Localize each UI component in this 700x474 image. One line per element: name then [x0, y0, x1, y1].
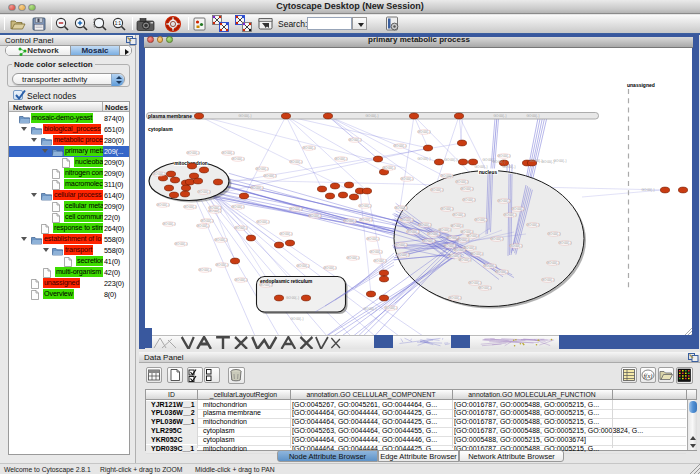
svg-text:GO:00(..): GO:00(..)	[493, 160, 506, 164]
svg-text:GO:00(..): GO:00(..)	[335, 157, 348, 161]
svg-text:GO:00(..): GO:00(..)	[498, 154, 511, 158]
svg-text:GO:00(..): GO:00(..)	[235, 278, 248, 282]
svg-text:GO:00(..): GO:00(..)	[401, 218, 414, 222]
svg-text:GO:00(..): GO:00(..)	[496, 270, 509, 274]
svg-text:GO:00(..): GO:00(..)	[256, 167, 269, 171]
svg-text:GO:00(..): GO:00(..)	[530, 159, 543, 163]
svg-text:GO:00(..): GO:00(..)	[475, 218, 488, 222]
svg-text:GO:00(..): GO:00(..)	[418, 157, 431, 161]
svg-text:GO:00(..): GO:00(..)	[479, 286, 492, 290]
svg-text:GO:00(..): GO:00(..)	[407, 230, 420, 234]
svg-text:nucleus: nucleus	[479, 170, 497, 175]
svg-text:GO:00(..): GO:00(..)	[290, 160, 303, 164]
svg-text:GO:00(..): GO:00(..)	[441, 174, 454, 178]
svg-text:GO:00(..): GO:00(..)	[510, 244, 523, 248]
svg-text:GO:00(..): GO:00(..)	[559, 241, 572, 245]
svg-text:GO:00(..): GO:00(..)	[457, 238, 470, 242]
svg-text:GO:00(..): GO:00(..)	[197, 224, 210, 228]
svg-text:cytoplasm: cytoplasm	[148, 126, 173, 132]
svg-text:GO:00(..): GO:00(..)	[542, 278, 555, 282]
svg-text:GO:00(..): GO:00(..)	[157, 203, 170, 207]
svg-text:GO:00(..): GO:00(..)	[418, 130, 431, 134]
svg-text:GO:00(..): GO:00(..)	[449, 296, 462, 300]
svg-text:GO:00(..): GO:00(..)	[235, 226, 248, 230]
svg-text:GO:00(..): GO:00(..)	[201, 219, 214, 223]
svg-text:GO:00(..): GO:00(..)	[364, 307, 377, 311]
svg-text:GO:00(..): GO:00(..)	[423, 239, 436, 243]
svg-text:GO:00(..): GO:00(..)	[527, 114, 540, 118]
svg-text:GO:00(..): GO:00(..)	[290, 207, 303, 211]
svg-text:GO:00(..): GO:00(..)	[491, 237, 504, 241]
svg-text:GO:00(..): GO:00(..)	[554, 159, 567, 163]
svg-text:GO:00(..): GO:00(..)	[286, 296, 299, 300]
svg-text:GO:00(..): GO:00(..)	[385, 306, 398, 310]
svg-text:GO:00(..): GO:00(..)	[419, 223, 432, 227]
svg-text:GO:00(..): GO:00(..)	[374, 259, 387, 263]
svg-text:plasma membrane: plasma membrane	[148, 113, 192, 119]
svg-text:1:1: 1:1	[115, 21, 122, 26]
svg-text:GO:00(..): GO:00(..)	[280, 232, 293, 236]
svg-text:GO:00(..): GO:00(..)	[475, 165, 488, 169]
svg-text:GO:00(..): GO:00(..)	[453, 213, 466, 217]
svg-text:GO:00(..): GO:00(..)	[459, 258, 472, 262]
svg-text:GO:00(..): GO:00(..)	[175, 242, 188, 246]
svg-text:GO:00(..): GO:00(..)	[153, 172, 166, 176]
svg-text:GO:00(..): GO:00(..)	[397, 253, 410, 257]
svg-text:GO:00(..): GO:00(..)	[494, 114, 507, 118]
svg-text:GO:00(..): GO:00(..)	[264, 174, 277, 178]
svg-text:GO:00(..): GO:00(..)	[163, 222, 176, 226]
svg-text:GO:00(..): GO:00(..)	[209, 206, 222, 210]
svg-text:GO:00(..): GO:00(..)	[451, 224, 464, 228]
svg-text:GO:00(..): GO:00(..)	[260, 283, 273, 287]
svg-text:GO:00(..): GO:00(..)	[456, 180, 469, 184]
svg-text:GO:00(..): GO:00(..)	[439, 228, 452, 232]
svg-text:GO:00(..): GO:00(..)	[349, 138, 362, 142]
svg-text:GO:00(..): GO:00(..)	[431, 188, 444, 192]
svg-text:GO:00(..): GO:00(..)	[471, 252, 484, 256]
svg-text:GO:00(..): GO:00(..)	[309, 214, 322, 218]
svg-text:GO:00(..): GO:00(..)	[359, 204, 372, 208]
svg-text:GO:00(..): GO:00(..)	[395, 206, 408, 210]
svg-text:GO:00(..): GO:00(..)	[303, 146, 316, 150]
svg-text:GO:00(..): GO:00(..)	[547, 261, 560, 265]
svg-text:GO:00(..): GO:00(..)	[239, 114, 252, 118]
svg-text:GO:00(..): GO:00(..)	[291, 317, 304, 321]
svg-text:GO:00(..): GO:00(..)	[257, 220, 270, 224]
svg-text:GO:00(..): GO:00(..)	[504, 213, 517, 217]
svg-text:GO:00(..): GO:00(..)	[366, 114, 379, 118]
svg-text:GO:00(..): GO:00(..)	[251, 186, 264, 190]
svg-text:GO:00(..): GO:00(..)	[484, 264, 497, 268]
svg-text:GO:00(..): GO:00(..)	[394, 144, 407, 148]
svg-text:GO:00(..): GO:00(..)	[215, 238, 228, 242]
svg-text:GO:00(..): GO:00(..)	[467, 234, 480, 238]
svg-text:GO:00(..): GO:00(..)	[324, 266, 337, 270]
svg-text:GO:00(..): GO:00(..)	[232, 205, 245, 209]
svg-text:GO:00(..): GO:00(..)	[370, 250, 383, 254]
svg-text:GO:00(..): GO:00(..)	[469, 281, 482, 285]
svg-text:GO:00(..): GO:00(..)	[463, 198, 476, 202]
svg-text:unassigned: unassigned	[627, 82, 655, 88]
svg-text:GO:00(..): GO:00(..)	[428, 232, 441, 236]
svg-text:GO:00(..): GO:00(..)	[297, 264, 310, 268]
svg-text:GO:00(..): GO:00(..)	[498, 199, 511, 203]
svg-text:GO:00(..): GO:00(..)	[542, 160, 555, 164]
svg-text:GO:00(..): GO:00(..)	[503, 165, 516, 169]
svg-text:GO:00(..): GO:00(..)	[232, 157, 245, 161]
svg-text:GO:00(..): GO:00(..)	[383, 166, 396, 170]
svg-text:GO:00(..): GO:00(..)	[199, 268, 212, 272]
svg-text:GO:00(..): GO:00(..)	[527, 223, 540, 227]
svg-text:GO:00(..): GO:00(..)	[344, 219, 357, 223]
svg-text:GO:00(..): GO:00(..)	[184, 205, 197, 209]
svg-text:GO:00(..): GO:00(..)	[187, 151, 200, 155]
svg-text:GO:00(..): GO:00(..)	[222, 151, 235, 155]
svg-text:GO:00(..): GO:00(..)	[441, 207, 454, 211]
svg-text:GO:00(..): GO:00(..)	[512, 207, 525, 211]
svg-text:GO:00(..): GO:00(..)	[198, 190, 211, 194]
svg-text:GO:00(..): GO:00(..)	[642, 188, 655, 192]
svg-text:GO:00(..): GO:00(..)	[216, 263, 229, 267]
svg-text:GO:00(..): GO:00(..)	[395, 243, 408, 247]
svg-text:GO:00(..): GO:00(..)	[461, 187, 474, 191]
svg-text:f(x): f(x)	[643, 372, 652, 380]
svg-text:GO:00(..): GO:00(..)	[347, 256, 360, 260]
svg-text:GO:00(..): GO:00(..)	[464, 246, 477, 250]
